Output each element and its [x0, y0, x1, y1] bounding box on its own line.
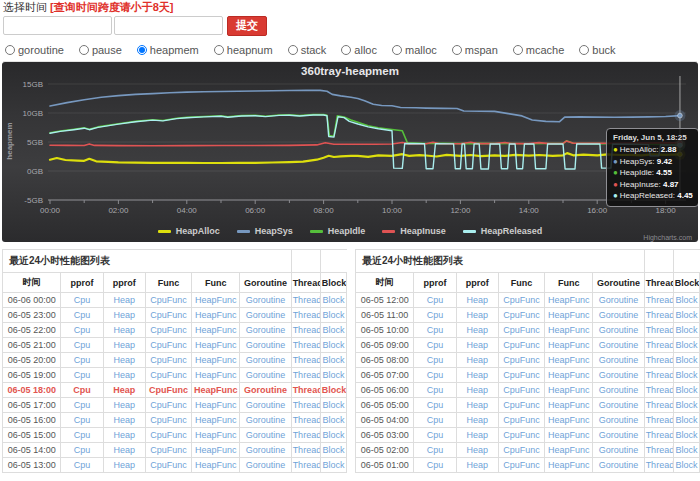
profile-link-block[interactable]: Block: [675, 460, 697, 470]
profile-link-block[interactable]: Block: [675, 370, 697, 380]
profile-link-thread[interactable]: Thread: [646, 385, 674, 395]
profile-link-block[interactable]: Block: [675, 415, 697, 425]
profile-option-alloc[interactable]: alloc: [341, 44, 377, 56]
profile-link-heap[interactable]: Heap: [466, 370, 488, 380]
profile-option-stack[interactable]: stack: [288, 44, 327, 56]
profile-link-heapfunc[interactable]: HeapFunc: [548, 385, 590, 395]
profile-link-cpufunc[interactable]: CpuFunc: [150, 445, 187, 455]
profile-link-cpufunc[interactable]: CpuFunc: [150, 355, 187, 365]
profile-link-heapfunc[interactable]: HeapFunc: [195, 295, 237, 305]
profile-link-goroutine[interactable]: Goroutine: [244, 385, 287, 395]
profile-link-goroutine[interactable]: Goroutine: [599, 325, 639, 335]
profile-link-goroutine[interactable]: Goroutine: [246, 370, 286, 380]
profile-link-block[interactable]: Block: [322, 415, 344, 425]
profile-link-block[interactable]: Block: [675, 355, 697, 365]
profile-link-cpufunc[interactable]: CpuFunc: [503, 445, 540, 455]
profile-link-heap[interactable]: Heap: [113, 445, 135, 455]
profile-link-thread[interactable]: Thread: [646, 310, 674, 320]
profile-link-thread[interactable]: Thread: [293, 400, 321, 410]
profile-link-thread[interactable]: Thread: [646, 460, 674, 470]
profile-link-heap[interactable]: Heap: [113, 385, 135, 395]
profile-option-heapnum[interactable]: heapnum: [214, 44, 273, 56]
chart-plot-area[interactable]: 15GB10GB5GB0GB-5GBheapmem00:0002:0004:00…: [2, 62, 698, 242]
profile-link-goroutine[interactable]: Goroutine: [599, 430, 639, 440]
profile-link-goroutine[interactable]: Goroutine: [599, 355, 639, 365]
profile-link-block[interactable]: Block: [322, 430, 344, 440]
profile-link-block[interactable]: Block: [675, 445, 697, 455]
profile-link-thread[interactable]: Thread: [646, 325, 674, 335]
profile-link-heap[interactable]: Heap: [466, 445, 488, 455]
highcharts-credit[interactable]: Highcharts.com: [643, 234, 692, 241]
profile-link-heapfunc[interactable]: HeapFunc: [548, 325, 590, 335]
profile-link-thread[interactable]: Thread: [646, 370, 674, 380]
profile-link-cpufunc[interactable]: CpuFunc: [150, 370, 187, 380]
radio-mcache[interactable]: [513, 45, 523, 55]
profile-link-heapfunc[interactable]: HeapFunc: [195, 430, 237, 440]
profile-link-cpufunc[interactable]: CpuFunc: [150, 325, 187, 335]
submit-button[interactable]: 提交: [227, 16, 267, 36]
profile-link-thread[interactable]: Thread: [293, 415, 321, 425]
profile-link-heapfunc[interactable]: HeapFunc: [195, 355, 237, 365]
profile-link-heapfunc[interactable]: HeapFunc: [195, 310, 237, 320]
series-line-heapalloc[interactable]: [50, 153, 680, 163]
profile-link-thread[interactable]: Thread: [646, 430, 674, 440]
profile-link-thread[interactable]: Thread: [646, 415, 674, 425]
profile-link-goroutine[interactable]: Goroutine: [246, 430, 286, 440]
profile-link-block[interactable]: Block: [322, 340, 344, 350]
profile-link-block[interactable]: Block: [675, 310, 697, 320]
radio-buck[interactable]: [579, 45, 589, 55]
profile-link-thread[interactable]: Thread: [646, 295, 674, 305]
profile-link-block[interactable]: Block: [322, 400, 344, 410]
profile-link-goroutine[interactable]: Goroutine: [246, 325, 286, 335]
profile-link-cpu[interactable]: Cpu: [427, 355, 444, 365]
series-line-heapsys[interactable]: [50, 90, 680, 121]
profile-link-block[interactable]: Block: [675, 340, 697, 350]
profile-link-heapfunc[interactable]: HeapFunc: [195, 460, 237, 470]
profile-link-heap[interactable]: Heap: [466, 295, 488, 305]
profile-link-cpu[interactable]: Cpu: [427, 460, 444, 470]
profile-link-thread[interactable]: Thread: [293, 310, 321, 320]
legend-item-heapinuse[interactable]: HeapInuse: [382, 226, 446, 236]
profile-link-heap[interactable]: Heap: [466, 310, 488, 320]
profile-link-heap[interactable]: Heap: [466, 430, 488, 440]
radio-heapnum[interactable]: [214, 45, 224, 55]
profile-option-heapmem[interactable]: heapmem: [137, 44, 199, 56]
profile-link-thread[interactable]: Thread: [293, 325, 321, 335]
profile-link-cpufunc[interactable]: CpuFunc: [149, 385, 188, 395]
profile-link-cpufunc[interactable]: CpuFunc: [150, 295, 187, 305]
profile-link-cpu[interactable]: Cpu: [427, 445, 444, 455]
radio-heapmem[interactable]: [137, 45, 147, 55]
profile-link-cpufunc[interactable]: CpuFunc: [503, 415, 540, 425]
profile-link-cpufunc[interactable]: CpuFunc: [503, 295, 540, 305]
profile-link-goroutine[interactable]: Goroutine: [599, 415, 639, 425]
profile-link-block[interactable]: Block: [322, 370, 344, 380]
profile-link-cpufunc[interactable]: CpuFunc: [503, 430, 540, 440]
profile-option-mcache[interactable]: mcache: [513, 44, 565, 56]
profile-link-cpufunc[interactable]: CpuFunc: [150, 460, 187, 470]
profile-link-block[interactable]: Block: [675, 295, 697, 305]
profile-link-cpu[interactable]: Cpu: [427, 430, 444, 440]
profile-link-cpu[interactable]: Cpu: [74, 355, 91, 365]
profile-link-heapfunc[interactable]: HeapFunc: [195, 340, 237, 350]
profile-link-thread[interactable]: Thread: [646, 400, 674, 410]
series-line-heapidle[interactable]: [50, 115, 680, 145]
profile-link-goroutine[interactable]: Goroutine: [599, 385, 639, 395]
profile-link-heapfunc[interactable]: HeapFunc: [548, 355, 590, 365]
profile-link-block[interactable]: Block: [675, 400, 697, 410]
profile-link-heap[interactable]: Heap: [466, 460, 488, 470]
profile-link-block[interactable]: Block: [322, 325, 344, 335]
profile-link-cpufunc[interactable]: CpuFunc: [503, 340, 540, 350]
profile-link-block[interactable]: Block: [675, 385, 697, 395]
profile-link-heap[interactable]: Heap: [113, 340, 135, 350]
profile-link-heap[interactable]: Heap: [113, 430, 135, 440]
profile-option-mspan[interactable]: mspan: [452, 44, 498, 56]
profile-link-goroutine[interactable]: Goroutine: [246, 355, 286, 365]
profile-link-heap[interactable]: Heap: [466, 385, 488, 395]
profile-link-cpufunc[interactable]: CpuFunc: [503, 385, 540, 395]
profile-link-thread[interactable]: Thread: [646, 340, 674, 350]
profile-link-cpu[interactable]: Cpu: [74, 310, 91, 320]
profile-link-thread[interactable]: Thread: [293, 385, 321, 395]
profile-link-cpufunc[interactable]: CpuFunc: [503, 310, 540, 320]
profile-link-heapfunc[interactable]: HeapFunc: [548, 295, 590, 305]
profile-link-heap[interactable]: Heap: [466, 325, 488, 335]
